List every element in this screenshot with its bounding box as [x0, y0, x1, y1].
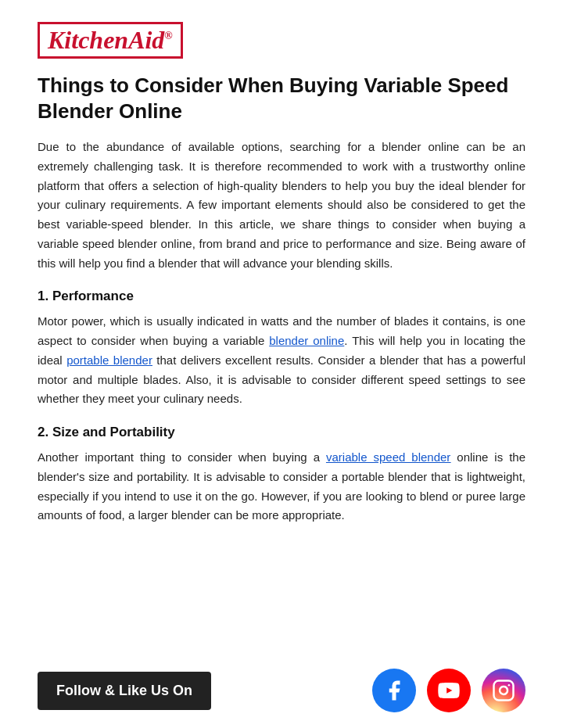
follow-badge: Follow & Like Us On — [38, 672, 211, 710]
facebook-svg — [382, 679, 406, 702]
logo-area: KitchenAid® — [38, 22, 525, 59]
intro-paragraph: Due to the abundance of available option… — [38, 138, 525, 273]
logo-text: KitchenAid — [48, 26, 164, 54]
footer-area: Follow & Like Us On — [38, 669, 525, 712]
section-size: 2. Size and Portability Another importan… — [38, 425, 525, 525]
section-performance: 1. Performance Motor power, which is usu… — [38, 289, 525, 409]
article-title: Things to Consider When Buying Variable … — [38, 73, 525, 124]
follow-text: Follow & Like Us On — [56, 683, 192, 698]
social-icons — [372, 669, 525, 712]
section-size-paragraph: Another important thing to consider when… — [38, 448, 525, 525]
youtube-icon[interactable] — [427, 669, 471, 712]
instagram-icon[interactable] — [482, 669, 525, 712]
instagram-svg — [492, 679, 515, 702]
portable-blender-link[interactable]: portable blender — [66, 353, 152, 367]
section-performance-paragraph: Motor power, which is usually indicated … — [38, 312, 525, 409]
svg-rect-1 — [494, 681, 514, 701]
variable-speed-blender-link[interactable]: variable speed blender — [326, 450, 450, 464]
blender-online-link[interactable]: blender online — [269, 334, 344, 347]
kitchenaid-logo: KitchenAid® — [38, 22, 183, 59]
section-performance-heading: 1. Performance — [38, 289, 525, 304]
logo-registered: ® — [164, 30, 172, 41]
facebook-icon[interactable] — [372, 669, 416, 712]
youtube-svg — [437, 679, 461, 702]
section-size-heading: 2. Size and Portability — [38, 425, 525, 440]
page-container: KitchenAid® Things to Consider When Buyi… — [0, 0, 563, 728]
